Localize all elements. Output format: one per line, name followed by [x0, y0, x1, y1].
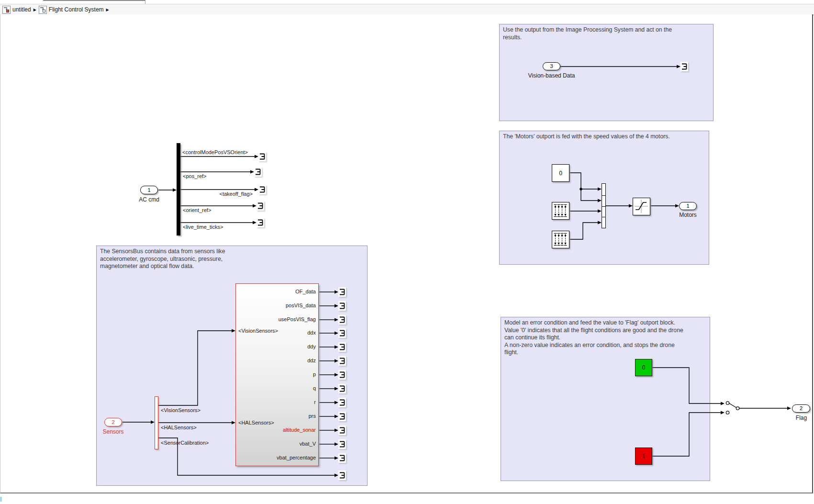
terminator-icon	[338, 315, 346, 325]
annotation-sensorsbus-text: The SensorsBus contains data from sensor…	[100, 248, 225, 270]
constant-zero-block[interactable]: 0	[552, 164, 569, 182]
bus-selector-sensors[interactable]	[155, 396, 158, 449]
terminator-icon	[338, 412, 346, 421]
saturation-block[interactable]	[633, 198, 650, 215]
terminator-block[interactable]	[338, 328, 346, 338]
inport-vision-based-data[interactable]: 3	[543, 62, 560, 70]
outport-number: 2	[800, 405, 803, 411]
terminator-block[interactable]	[256, 218, 264, 227]
annotation-flag[interactable]: Model an error condition and feed the va…	[501, 317, 710, 481]
block-output-label: OF_data	[239, 289, 316, 294]
signal-label: <takeoff_flag>	[201, 191, 253, 197]
terminator-block[interactable]	[258, 185, 266, 194]
inport-ac-cmd[interactable]: 1	[140, 186, 158, 194]
tab-edge	[43, 0, 145, 1]
terminator-block[interactable]	[338, 412, 346, 421]
breadcrumb-separator: ▶	[33, 8, 36, 12]
signal-label: <HALSensors>	[161, 425, 197, 430]
terminator-icon	[338, 470, 346, 480]
block-input-label: <HALSensors>	[238, 420, 274, 426]
terminator-icon	[338, 370, 346, 380]
breadcrumb-separator: ▶	[106, 8, 109, 12]
inport-number: 2	[112, 419, 114, 425]
outport-flag[interactable]: 2	[792, 404, 810, 413]
terminator-icon	[258, 185, 266, 194]
inport-ac-cmd-label: AC cmd	[130, 196, 168, 203]
block-output-label: ddy	[239, 344, 316, 349]
block-output-label: vbat_percentage	[239, 455, 316, 460]
block-output-label: ddz	[239, 358, 316, 363]
outport-motors[interactable]: 1	[679, 202, 697, 210]
subsystem-icon	[39, 6, 47, 14]
terminator-block[interactable]	[338, 301, 346, 311]
breadcrumb-item-untitled[interactable]: untitled	[2, 6, 31, 14]
inport-number: 3	[550, 63, 553, 69]
signal-label: <live_time_ticks>	[183, 224, 223, 230]
inport-sensors-label: Sensors	[94, 428, 133, 435]
terminator-icon	[680, 62, 688, 71]
terminator-block[interactable]	[338, 287, 346, 297]
terminator-icon	[338, 301, 346, 311]
motor-speed-source-block[interactable]	[552, 202, 569, 220]
block-output-label: p	[239, 371, 316, 377]
block-output-label: q	[239, 385, 316, 391]
model-icon	[2, 6, 11, 14]
outport-number: 1	[686, 203, 689, 209]
terminator-block[interactable]	[338, 426, 346, 435]
block-output-label: posVIS_data	[239, 302, 316, 308]
terminator-block[interactable]	[338, 439, 346, 449]
mux-block[interactable]	[602, 183, 606, 228]
breadcrumb-label: untitled	[12, 6, 31, 13]
inport-vision-label: Vision-based Data	[527, 72, 576, 79]
manual-switch-block[interactable]	[724, 400, 741, 416]
terminator-block[interactable]	[256, 201, 264, 211]
constant-error-block[interactable]: 1	[635, 448, 652, 465]
simulink-editor: untitled ▶ Flight Control System ▶ Use t…	[0, 0, 814, 504]
terminator-icon	[338, 287, 346, 297]
signal-label: <VisionSensors>	[161, 407, 201, 413]
terminator-icon	[338, 328, 346, 338]
constant-value: 1	[642, 453, 646, 459]
constant-value: 0	[559, 170, 562, 177]
block-output-label: vbat_V	[239, 441, 316, 447]
block-output-label: r	[239, 399, 316, 405]
terminator-icon	[338, 342, 346, 352]
bus-selector-ac[interactable]	[177, 143, 180, 235]
terminator-block[interactable]	[338, 384, 346, 393]
inport-sensors[interactable]: 2	[104, 418, 122, 426]
terminator-block[interactable]	[338, 315, 346, 325]
block-output-label: prs	[239, 413, 316, 419]
motor-speed-source-block[interactable]	[552, 231, 569, 248]
inport-number: 1	[147, 187, 150, 193]
motor-speeds-icon	[552, 231, 569, 247]
terminator-icon	[338, 439, 346, 449]
terminator-block[interactable]	[338, 398, 346, 407]
terminator-block[interactable]	[338, 470, 346, 480]
terminator-block[interactable]	[338, 356, 346, 366]
terminator-block[interactable]	[254, 167, 262, 177]
terminator-block[interactable]	[338, 370, 346, 380]
terminator-icon	[338, 356, 346, 366]
terminator-block[interactable]	[338, 453, 346, 463]
terminator-block[interactable]	[338, 342, 346, 352]
signal-label: <orient_ref>	[183, 207, 211, 213]
terminator-icon	[338, 426, 346, 435]
signal-label: <controlModePosVSOrient>	[181, 149, 248, 155]
terminator-block[interactable]	[680, 62, 688, 71]
breadcrumb-label: Flight Control System	[49, 6, 104, 13]
outport-motors-label: Motors	[669, 212, 707, 218]
tab-strip	[0, 0, 814, 4]
annotation-flag-text: Model an error condition and feed the va…	[504, 319, 683, 357]
terminator-icon	[338, 384, 346, 393]
annotation-sensorsbus[interactable]: The SensorsBus contains data from sensor…	[96, 246, 368, 486]
terminator-icon	[338, 453, 346, 463]
constant-value: 0	[642, 364, 646, 371]
motor-speeds-icon	[552, 202, 569, 219]
terminator-icon	[338, 398, 346, 407]
terminator-block[interactable]	[258, 152, 266, 161]
bottom-left-decoration	[0, 497, 2, 502]
block-output-label: altitude_sonar	[239, 427, 316, 433]
breadcrumb-item-flight-control-system[interactable]: Flight Control System	[39, 6, 104, 14]
annotation-vision-text: Use the output from the Image Processing…	[503, 26, 672, 41]
constant-good-block[interactable]: 0	[635, 359, 652, 376]
